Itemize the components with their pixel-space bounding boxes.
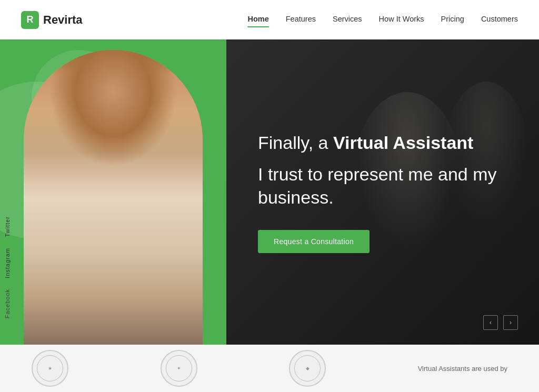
hero-headline-bold: Virtual Assistant [333,133,473,153]
badge-inner-3: ◆ [294,355,321,381]
social-sidebar: Twitter Instagram Facebook [0,39,16,345]
hero-subtext-line2: business. [258,187,334,207]
hero-section: Twitter Instagram Facebook Finally, a Vi… [0,39,539,345]
hero-subtext-line1: I trust to represent me and my [258,164,497,184]
logo-symbol: R [27,14,34,25]
badge-3: ◆ [289,350,326,387]
nav-item-pricing[interactable]: Pricing [441,15,464,25]
logo-text: Revirta [43,13,83,27]
hero-headline-part1: Finally, a [258,133,333,153]
hero-content: Finally, a Virtual Assistant I trust to … [258,131,507,254]
badge-inner-1: ★ [37,355,63,381]
hero-subtext: I trust to represent me and my business. [258,163,507,209]
social-instagram[interactable]: Instagram [0,243,16,284]
header: R Revirta Home Features Services How It … [0,0,539,39]
badge-1: ★ [32,350,68,387]
nav-item-features[interactable]: Features [286,15,316,25]
cta-button[interactable]: Request a Consultation [258,230,370,253]
person-photo-overlay [24,50,203,345]
strip-text: Virtual Assistants are used by [418,365,507,373]
hero-headline: Finally, a Virtual Assistant [258,131,507,154]
social-twitter[interactable]: Twitter [0,211,16,242]
hero-person-container [0,39,226,345]
badge-2: ✦ [161,350,197,387]
main-nav: Home Features Services How It Works Pric… [247,15,518,25]
bottom-strip: ★ ✦ ◆ Virtual Assistants are used by [0,345,539,392]
hero-person-image [24,50,203,345]
nav-item-customers[interactable]: Customers [481,15,518,25]
nav-item-services[interactable]: Services [333,15,362,25]
social-facebook[interactable]: Facebook [0,284,16,324]
carousel-controls: ‹ › [483,315,518,330]
logo-icon: R [21,11,39,29]
hero-left-panel: Twitter Instagram Facebook [0,39,226,345]
badge-inner-2: ✦ [166,355,192,381]
nav-item-how-it-works[interactable]: How It Works [379,15,424,25]
carousel-prev-button[interactable]: ‹ [483,315,498,330]
logo[interactable]: R Revirta [21,11,83,29]
carousel-next-button[interactable]: › [503,315,518,330]
nav-item-home[interactable]: Home [247,15,268,25]
hero-right-panel: Finally, a Virtual Assistant I trust to … [226,39,539,345]
